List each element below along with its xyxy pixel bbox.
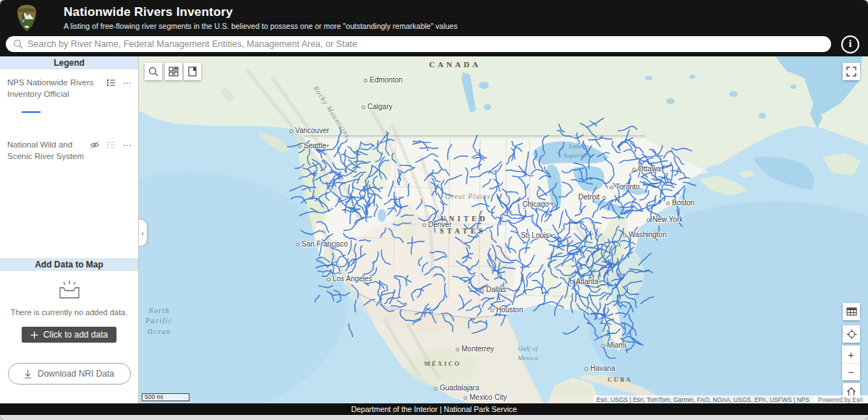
zoom-out-button[interactable]: − bbox=[842, 363, 860, 380]
basemap-gallery-button[interactable] bbox=[165, 63, 182, 80]
powered-by-esri: Powered by Esri bbox=[813, 395, 868, 403]
sidebar-collapse-handle[interactable]: ‹ bbox=[139, 219, 148, 247]
locate-icon bbox=[846, 329, 857, 340]
page-subtitle: A listing of free-flowing river segments… bbox=[64, 22, 457, 30]
click-to-add-data-button[interactable]: Click to add data bbox=[22, 327, 116, 343]
legend-list-icon[interactable] bbox=[106, 78, 116, 87]
download-icon bbox=[24, 369, 32, 379]
nps-arrowhead-logo bbox=[16, 4, 38, 32]
fullscreen-icon bbox=[846, 67, 856, 77]
basemap bbox=[139, 56, 868, 403]
plus-icon bbox=[30, 331, 38, 339]
footer-text: Department of the Interior | National Pa… bbox=[351, 405, 516, 413]
map-search-button[interactable] bbox=[145, 63, 162, 80]
add-data-empty-message: There is currently no added data. bbox=[7, 308, 131, 317]
page-title: Nationwide Rivers Inventory bbox=[64, 5, 457, 20]
attribute-table-icon bbox=[846, 307, 857, 317]
locate-button[interactable] bbox=[843, 325, 860, 343]
empty-tray-icon bbox=[57, 280, 82, 299]
scale-bar: 500 mi bbox=[142, 393, 190, 401]
basemap-gallery-icon bbox=[169, 67, 179, 77]
visibility-off-icon[interactable] bbox=[90, 140, 100, 150]
legend-list-icon[interactable] bbox=[106, 140, 116, 150]
layer-name: National Wild and Scenic River System bbox=[7, 139, 90, 162]
search-icon bbox=[13, 39, 23, 49]
layer-item-nri[interactable]: NPS Nationwide Rivers Inventory Official… bbox=[0, 69, 138, 100]
zoom-in-button[interactable]: + bbox=[842, 346, 860, 363]
zoom-controls: + − bbox=[842, 346, 860, 380]
attribute-table-button[interactable] bbox=[843, 303, 860, 320]
legend-swatch-line bbox=[22, 111, 41, 113]
bookmarks-button[interactable] bbox=[184, 63, 201, 80]
sidebar: Legend NPS Nationwide Rivers Inventory O… bbox=[0, 56, 139, 403]
legend-header: Legend bbox=[0, 56, 138, 69]
fullscreen-button[interactable] bbox=[843, 63, 860, 80]
add-data-header: Add Data to Map bbox=[0, 258, 138, 271]
legend-panel: NPS Nationwide Rivers Inventory Official… bbox=[0, 69, 138, 258]
info-icon: i bbox=[849, 39, 852, 49]
zoom-out-icon: − bbox=[848, 366, 854, 378]
info-button[interactable]: i bbox=[841, 35, 859, 53]
download-nri-data-button[interactable]: Download NRI Data bbox=[8, 363, 131, 385]
chevron-left-icon: ‹ bbox=[141, 228, 144, 237]
bookmarks-icon bbox=[187, 67, 197, 77]
layer-options-ellipsis-icon[interactable]: … bbox=[122, 140, 132, 146]
add-data-panel: Add Data to Map There is currently no ad… bbox=[0, 258, 138, 354]
zoom-in-icon: + bbox=[848, 348, 854, 361]
window-bottom-edge bbox=[0, 415, 868, 420]
app-footer: Department of the Interior | National Pa… bbox=[0, 403, 868, 415]
layer-item-wild-scenic[interactable]: National Wild and Scenic River System … bbox=[0, 132, 138, 162]
layer-name: NPS Nationwide Rivers Inventory Official bbox=[7, 77, 106, 100]
search-icon bbox=[148, 67, 158, 77]
app-window: Nationwide Rivers Inventory A listing of… bbox=[0, 0, 868, 420]
app-header: Nationwide Rivers Inventory A listing of… bbox=[0, 0, 868, 35]
attribution-text: Esri, USGS | Esri, TomTom, Garmin, FAO, … bbox=[593, 395, 814, 403]
map[interactable]: VancouverSeattleEdmontonCalgaryOttawaTor… bbox=[139, 56, 868, 403]
search-bar-row: i bbox=[0, 35, 868, 56]
search-input[interactable] bbox=[6, 36, 831, 52]
layer-options-ellipsis-icon[interactable]: … bbox=[122, 78, 132, 84]
attribution: Esri, USGS | Esri, TomTom, Garmin, FAO, … bbox=[593, 395, 868, 403]
